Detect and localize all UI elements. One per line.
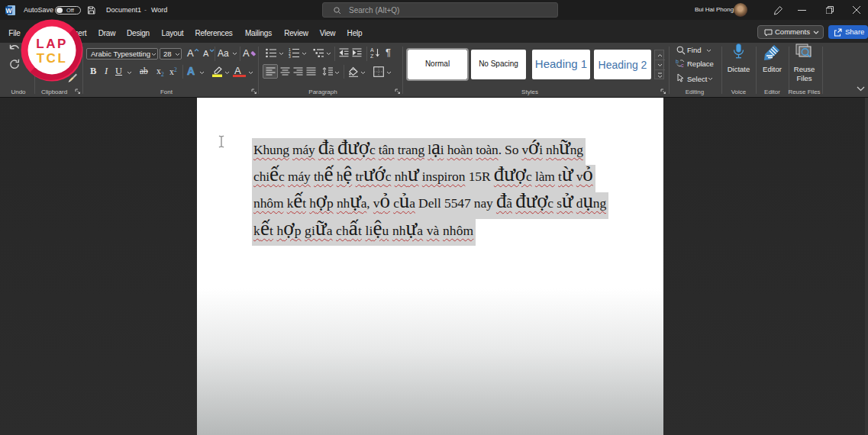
svg-text:LAP: LAP xyxy=(36,37,68,51)
svg-text:c: c xyxy=(681,63,684,68)
svg-text:Z: Z xyxy=(370,53,374,59)
svg-text:A: A xyxy=(370,47,374,53)
svg-text:3: 3 xyxy=(289,54,291,58)
svg-text:b: b xyxy=(676,59,679,64)
svg-text:TCL: TCL xyxy=(37,51,68,66)
svg-text:W: W xyxy=(5,7,12,14)
